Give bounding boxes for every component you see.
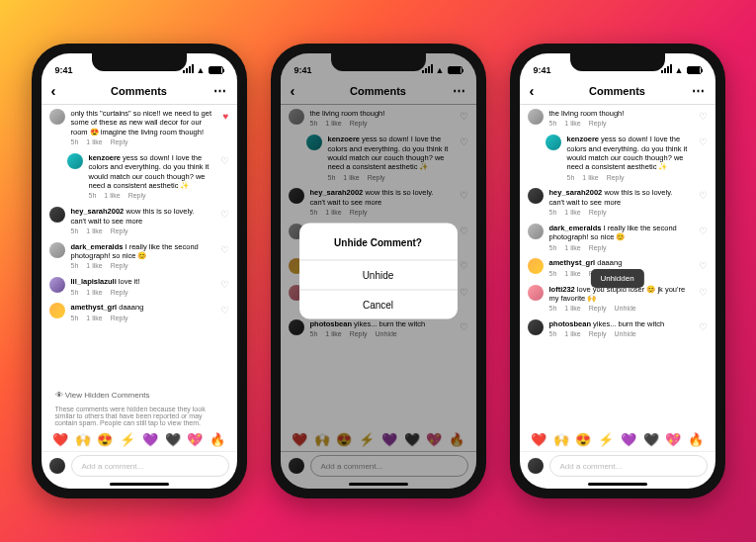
avatar[interactable] — [49, 109, 65, 125]
comment-input[interactable]: Add a comment... — [549, 455, 708, 477]
emoji-option[interactable]: 💜 — [621, 432, 636, 447]
more-icon[interactable]: ⋯ — [692, 83, 706, 98]
comment-row[interactable]: lofti232 love you stupid loser 😊 jk you'… — [528, 285, 708, 315]
cancel-button[interactable]: Cancel — [299, 290, 458, 319]
more-icon[interactable]: ⋯ — [213, 83, 227, 98]
emoji-option[interactable]: ⚡ — [598, 432, 614, 447]
like-icon[interactable]: ♡ — [220, 153, 229, 201]
unhide-dialog: Unhide Comment? Unhide Cancel — [299, 224, 458, 319]
comment-input[interactable]: Add a comment... — [71, 455, 229, 477]
emoji-option[interactable]: ❤️ — [531, 432, 546, 447]
like-icon[interactable]: ♡ — [699, 109, 708, 129]
comment-meta: 5h1 likeReply — [71, 315, 210, 323]
avatar[interactable] — [546, 135, 561, 150]
home-indicator[interactable] — [588, 483, 647, 486]
comment-meta: 5h1 likeReply — [71, 138, 213, 147]
avatar[interactable] — [528, 258, 544, 274]
comment-meta: 5h1 likeReply — [549, 209, 689, 218]
like-icon[interactable]: ♡ — [699, 188, 708, 218]
emoji-bar[interactable]: ❤️🙌😍⚡💜🖤💖🔥 — [520, 428, 715, 451]
like-icon[interactable]: ♡ — [220, 207, 229, 236]
back-icon[interactable]: ‹ — [51, 82, 56, 99]
comment-row[interactable]: dark_emeralds I really like the second p… — [49, 242, 229, 272]
comment-meta: 5h1 likeReplyUnhide — [549, 305, 689, 314]
comment-row[interactable]: photosbean yikes... burn the witch5h1 li… — [528, 319, 708, 339]
emoji-option[interactable]: 🔥 — [210, 432, 225, 447]
unhide-button[interactable]: Unhide — [299, 260, 458, 290]
phone-mock-2: 9:41 ▲ ‹ Comments ⋯ the living room thou… — [271, 44, 486, 498]
emoji-option[interactable]: ⚡ — [120, 432, 135, 447]
notch — [92, 53, 187, 71]
comment-body: kenzoere yess so down! I love the colors… — [567, 135, 693, 182]
avatar[interactable] — [528, 319, 544, 335]
home-indicator[interactable] — [110, 483, 169, 486]
like-icon[interactable]: ♡ — [699, 319, 708, 339]
emoji-option[interactable]: 🙌 — [553, 432, 569, 447]
like-icon[interactable]: ♡ — [220, 242, 229, 272]
status-time: 9:41 — [534, 65, 551, 75]
comment-body: lofti232 love you stupid loser 😊 jk you'… — [549, 285, 693, 315]
emoji-bar[interactable]: ❤️🙌😍⚡💜🖤💖🔥 — [42, 428, 237, 451]
comment-row[interactable]: hey_sarah2002 wow this is so lovely. can… — [49, 207, 229, 236]
comment-row[interactable]: kenzoere yess so down! I love the colors… — [67, 153, 229, 201]
emoji-option[interactable]: 😍 — [575, 432, 591, 447]
emoji-option[interactable]: 💜 — [142, 432, 158, 447]
emoji-option[interactable]: ❤️ — [52, 432, 68, 447]
emoji-option[interactable]: 🙌 — [75, 432, 91, 447]
avatar[interactable] — [67, 153, 83, 169]
like-icon[interactable]: ♡ — [699, 224, 708, 253]
comment-body: the living room though!5h1 likeReply — [549, 109, 693, 129]
comment-row[interactable]: only this "curtains" so nice!! we need t… — [49, 109, 229, 147]
comment-body: hey_sarah2002 wow this is so lovely. can… — [549, 188, 693, 218]
battery-icon — [687, 66, 702, 74]
comment-meta: 5h1 likeReply — [549, 120, 689, 129]
comment-row[interactable]: hey_sarah2002 wow this is so lovely. can… — [528, 188, 708, 218]
emoji-option[interactable]: 💖 — [665, 432, 681, 447]
comment-row[interactable]: amethyst_grl daaang5h1 likeReply♡ — [49, 303, 229, 322]
emoji-option[interactable]: 😍 — [97, 432, 113, 447]
comment-body: lil_lapislazuli love it!5h1 likeReply — [71, 277, 214, 297]
comment-meta: 5h1 likeReply — [567, 174, 689, 183]
comment-meta: 5h1 likeReply — [71, 227, 210, 236]
page-title: Comments — [111, 85, 167, 97]
self-avatar — [49, 458, 65, 474]
comment-body: only this "curtains" so nice!! we need t… — [71, 109, 217, 147]
comment-row[interactable]: the living room though!5h1 likeReply♡ — [528, 109, 708, 129]
like-icon[interactable]: ♡ — [699, 258, 708, 278]
avatar[interactable] — [49, 242, 65, 258]
comment-row[interactable]: lil_lapislazuli love it!5h1 likeReply♡ — [49, 277, 229, 297]
page-header: ‹ Comments ⋯ — [520, 77, 715, 105]
emoji-option[interactable]: 💖 — [187, 432, 203, 447]
comment-body: hey_sarah2002 wow this is so lovely. can… — [71, 207, 214, 236]
composer: Add a comment... — [520, 451, 715, 479]
phone-mock-1: 9:41 ▲ ‹ Comments ⋯ only this "curtains"… — [32, 44, 247, 498]
avatar[interactable] — [528, 188, 544, 204]
emoji-option[interactable]: 🔥 — [688, 432, 704, 447]
avatar[interactable] — [528, 224, 544, 239]
avatar[interactable] — [49, 277, 65, 293]
avatar[interactable] — [49, 303, 65, 318]
status-time: 9:41 — [55, 65, 73, 75]
avatar[interactable] — [49, 207, 65, 223]
like-icon[interactable]: ♥ — [223, 109, 229, 147]
avatar[interactable] — [528, 109, 544, 125]
comment-meta: 5h1 likeReply — [89, 192, 210, 201]
view-hidden-link[interactable]: 👁 View Hidden Comments — [55, 391, 227, 400]
emoji-option[interactable]: 🖤 — [165, 432, 181, 447]
like-icon[interactable]: ♡ — [220, 303, 229, 322]
comment-body: photosbean yikes... burn the witch5h1 li… — [549, 319, 693, 339]
back-icon[interactable]: ‹ — [530, 82, 535, 99]
wifi-icon: ▲ — [197, 65, 206, 75]
self-avatar — [528, 458, 544, 474]
notch — [570, 53, 665, 71]
like-icon[interactable]: ♡ — [220, 277, 229, 297]
comment-body: dark_emeralds I really like the second p… — [549, 224, 693, 253]
unhidden-toast: Unhidden — [590, 269, 643, 288]
emoji-option[interactable]: 🖤 — [643, 432, 659, 447]
comment-row[interactable]: kenzoere yess so down! I love the colors… — [546, 135, 708, 182]
like-icon[interactable]: ♡ — [699, 135, 708, 182]
comment-row[interactable]: dark_emeralds I really like the second p… — [528, 224, 708, 253]
dialog-title: Unhide Comment? — [299, 224, 458, 260]
avatar[interactable] — [528, 285, 544, 301]
like-icon[interactable]: ♡ — [699, 285, 708, 315]
